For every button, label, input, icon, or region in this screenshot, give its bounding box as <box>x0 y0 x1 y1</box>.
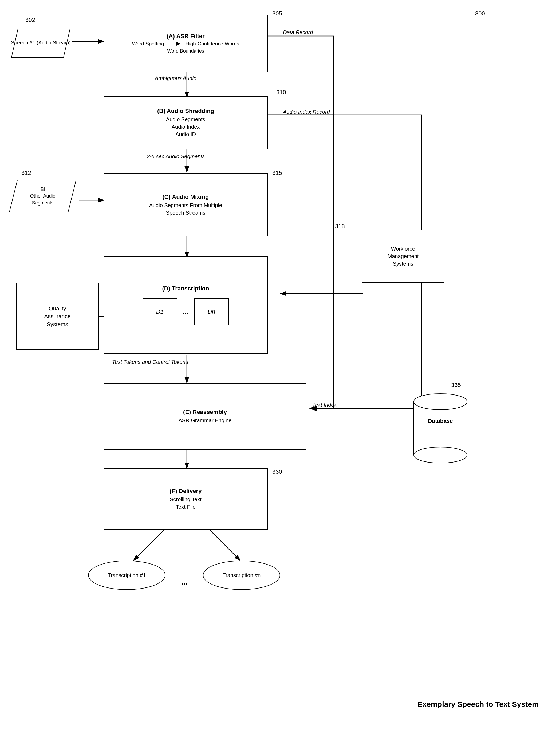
ambiguous-audio-label: Ambiguous Audio <box>155 75 196 81</box>
speech-label: Speech #1 (Audio Stream) <box>11 39 71 46</box>
data-record-label: Data Record <box>283 29 313 35</box>
audio-shredding-title: (B) Audio Shredding <box>157 108 214 115</box>
transcription-dn: Dn <box>194 298 229 325</box>
audio-mixing-content: Audio Segments From Multiple Speech Stre… <box>149 202 222 216</box>
reassembly-box: (E) Reassembly ASR Grammar Engine <box>104 383 306 450</box>
ref-300: 300 <box>475 10 485 17</box>
svg-point-25 <box>414 394 467 410</box>
arrows-svg <box>0 0 560 730</box>
figure-caption: Exemplary Speech to Text System <box>417 700 539 709</box>
audio-shredding-content: Audio Segments Audio Index Audio ID <box>166 116 205 138</box>
asr-word-spotting: Word Spotting <box>132 41 164 47</box>
speech-parallelogram: Speech #1 (Audio Stream) <box>10 27 72 59</box>
qa-content: Quality Assurance Systems <box>44 305 70 328</box>
ref-315: 315 <box>272 169 282 176</box>
transcription-d1: D1 <box>143 298 177 325</box>
other-audio-parallelogram: Bi Other Audio Segments <box>8 179 77 214</box>
ref-312: 312 <box>21 169 31 176</box>
audio-segments-label: 3-5 sec Audio Segments <box>147 153 205 160</box>
asr-word-boundaries: Word Boundaries <box>167 48 204 54</box>
delivery-box: (F) Delivery Scrolling Text Text File <box>104 468 268 530</box>
audio-mixing-box: (C) Audio Mixing Audio Segments From Mul… <box>104 173 268 236</box>
workforce-content: Workforce Management Systems <box>388 245 419 267</box>
asr-filter-box: (A) ASR Filter Word Spotting High-Confid… <box>104 15 268 72</box>
asr-filter-title: (A) ASR Filter <box>167 33 204 40</box>
ref-305: 305 <box>272 10 282 17</box>
audio-mixing-title: (C) Audio Mixing <box>163 194 209 200</box>
transcription-dots: ... <box>183 307 189 316</box>
audio-index-record-label: Audio Index Record <box>283 109 330 115</box>
asr-high-confidence: High-Confidence Words <box>186 41 239 47</box>
transcription-outer-box: (D) Transcription D1 ... Dn <box>104 256 268 354</box>
ref-302: 302 <box>25 17 35 23</box>
reassembly-title: (E) Reassembly <box>183 409 227 416</box>
svg-point-26 <box>414 447 467 463</box>
workforce-box: Workforce Management Systems <box>362 230 444 283</box>
audio-shredding-box: (B) Audio Shredding Audio Segments Audio… <box>104 96 268 149</box>
delivery-title: (F) Delivery <box>170 488 202 495</box>
text-index-label: Text Index <box>312 402 337 408</box>
reassembly-content: ASR Grammar Engine <box>179 417 232 424</box>
ref-335: 335 <box>451 382 461 389</box>
other-audio-label: Bi Other Audio Segments <box>30 186 55 206</box>
transcription-title: (D) Transcription <box>162 285 209 292</box>
transcription-n-oval: Transcription #n <box>203 561 280 590</box>
qa-systems-box: Quality Assurance Systems <box>16 283 99 350</box>
bottom-dots: ... <box>182 578 188 586</box>
svg-line-18 <box>208 528 240 561</box>
delivery-content: Scrolling Text Text File <box>170 496 202 511</box>
ref-330: 330 <box>272 468 282 475</box>
ref-318: 318 <box>335 223 345 230</box>
ref-310: 310 <box>276 89 286 96</box>
text-tokens-label: Text Tokens and Control Tokens <box>112 359 188 365</box>
svg-line-17 <box>133 528 165 561</box>
transcription-1-oval: Transcription #1 <box>88 561 165 590</box>
database-shape: Database <box>411 388 470 468</box>
database-label: Database <box>411 418 470 424</box>
diagram-container: 300 302 Speech #1 (Audio Stream) 305 (A)… <box>0 0 560 730</box>
